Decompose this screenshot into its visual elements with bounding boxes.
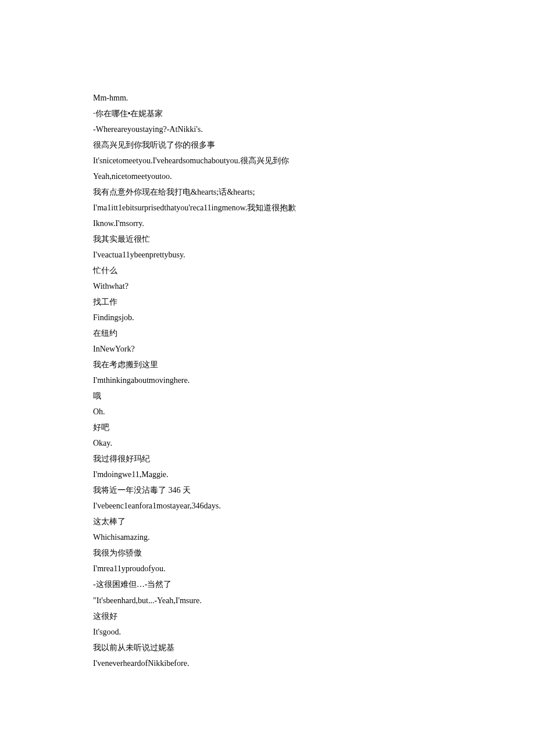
text-line: Whichisamazing. <box>93 529 442 545</box>
text-line: I'mthinkingaboutmovinghere. <box>93 372 442 388</box>
text-line: 我很为你骄傲 <box>93 545 442 561</box>
text-line: 很高兴见到你我听说了你的很多事 <box>93 137 442 153</box>
text-line: Oh. <box>93 404 442 420</box>
text-line: 这很好 <box>93 608 442 624</box>
text-line: I'veneverheardofNikkibefore. <box>93 655 442 671</box>
text-line: 我其实最近很忙 <box>93 231 442 247</box>
text-line: 我有点意外你现在给我打电&hearts;话&hearts; <box>93 184 442 200</box>
text-line: 哦 <box>93 388 442 404</box>
text-line: -Whereareyoustaying?-AtNikki's. <box>93 121 442 137</box>
text-line: I'vebeenc1eanfora1mostayear,346days. <box>93 498 442 514</box>
text-line: I'mdoingwe11,Maggie. <box>93 467 442 482</box>
text-line: InNewYork? <box>93 341 442 357</box>
text-line: I'mrea11yproudofyou. <box>93 561 442 576</box>
text-line: Withwhat? <box>93 278 442 294</box>
text-line: ·你在哪住•在妮基家 <box>93 106 442 121</box>
text-line: 这太棒了 <box>93 514 442 529</box>
text-content: Mm-hmm.·你在哪住•在妮基家-Whereareyoustaying?-At… <box>93 90 442 671</box>
text-line: 找工作 <box>93 294 442 310</box>
text-line: 我以前从未听说过妮基 <box>93 640 442 655</box>
text-line: 我过得很好玛纪 <box>93 451 442 467</box>
text-line: "It'sbeenhard,but...-Yeah,I'msure. <box>93 593 442 608</box>
document-page: Mm-hmm.·你在哪住•在妮基家-Whereareyoustaying?-At… <box>0 0 535 756</box>
text-line: It'snicetomeetyou.I'veheardsomuchaboutyo… <box>93 153 442 169</box>
text-line: Yeah,nicetomeetyoutoo. <box>93 169 442 184</box>
text-line: I'ma1itt1ebitsurprisedthatyou'reca11ingm… <box>93 200 442 216</box>
text-line: Mm-hmm. <box>93 90 442 106</box>
text-line: 在纽约 <box>93 325 442 341</box>
text-line: 我将近一年没沾毒了 346 天 <box>93 482 442 498</box>
text-line: Findingsjob. <box>93 310 442 325</box>
text-line: Iknow.I'msorry. <box>93 216 442 231</box>
text-line: It'sgood. <box>93 624 442 640</box>
text-line: Okay. <box>93 435 442 451</box>
text-line: 忙什么 <box>93 263 442 278</box>
text-line: 好吧 <box>93 420 442 435</box>
text-line: 我在考虑搬到这里 <box>93 357 442 372</box>
text-line: -这很困难但…-当然了 <box>93 576 442 592</box>
text-line: I'veactua11ybeenprettybusy. <box>93 247 442 263</box>
